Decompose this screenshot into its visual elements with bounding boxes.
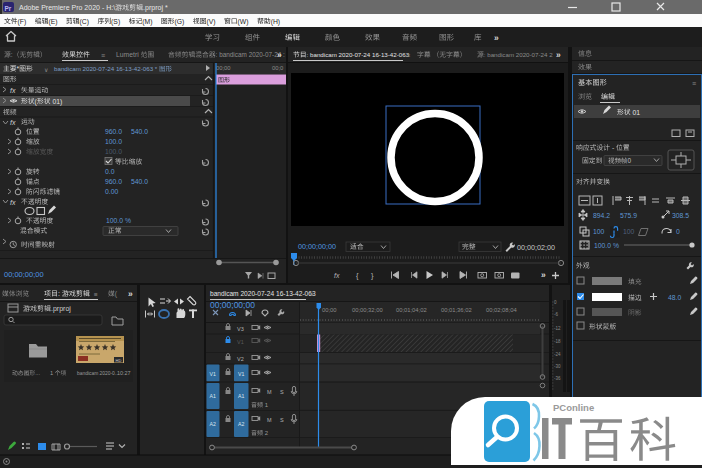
svg-text:-18: -18 <box>554 339 561 344</box>
svg-text:fx: fx <box>334 272 340 279</box>
svg-text:308.5: 308.5 <box>672 212 689 219</box>
svg-text:48.0: 48.0 <box>668 294 681 301</box>
svg-text:Adobe Premiere Pro 2020 - H:\: Adobe Premiere Pro 2020 - H:\ <box>19 4 115 11</box>
svg-text:540.0: 540.0 <box>131 178 148 185</box>
svg-text:...: ... <box>35 370 40 376</box>
svg-text:»: » <box>128 289 133 299</box>
svg-text:≡: ≡ <box>101 52 105 59</box>
svg-text:0.0: 0.0 <box>105 168 115 175</box>
svg-text:A2: A2 <box>210 421 216 427</box>
svg-text:1: 1 <box>50 370 55 376</box>
svg-text:A2: A2 <box>238 421 244 427</box>
svg-text:00;00;32;00: 00;00;32;00 <box>352 307 383 313</box>
svg-text:00;00: 00;00 <box>216 65 231 71</box>
svg-text:»: » <box>277 50 282 60</box>
svg-text:-: - <box>610 144 616 151</box>
svg-text:100: 100 <box>623 228 635 235</box>
svg-text:S: S <box>280 389 284 395</box>
svg-text:575.9: 575.9 <box>620 212 637 219</box>
svg-text:∨: ∨ <box>44 67 48 73</box>
svg-text:Lumetri: Lumetri <box>116 51 141 58</box>
svg-text:-30: -30 <box>554 364 561 369</box>
svg-text:PConline: PConline <box>553 402 594 413</box>
svg-text:00;00: 00;00 <box>322 307 337 313</box>
svg-text:V3: V3 <box>237 326 244 332</box>
svg-text:≡: ≡ <box>310 291 314 298</box>
svg-text:2: 2 <box>263 430 269 436</box>
svg-text:100: 100 <box>593 228 605 235</box>
svg-text:894.2: 894.2 <box>593 212 610 219</box>
svg-text:fx: fx <box>10 119 16 126</box>
svg-text:≡: ≡ <box>406 52 410 59</box>
svg-text:100.0: 100.0 <box>105 138 122 145</box>
svg-text:(G): (G) <box>175 18 185 26</box>
svg-text:00;0: 00;0 <box>272 65 283 71</box>
svg-text:-6: -6 <box>554 312 558 317</box>
svg-text:-12: -12 <box>554 326 561 331</box>
svg-text:.prproj *: .prproj * <box>143 4 168 12</box>
svg-text:V1: V1 <box>210 371 216 377</box>
svg-text:(V): (V) <box>207 18 216 26</box>
svg-text:00;00;00;00: 00;00;00;00 <box>4 270 44 279</box>
svg-text:01): 01) <box>51 98 63 106</box>
svg-text:»: » <box>556 50 561 60</box>
svg-text:bandicam 2020-0..: bandicam 2020-0.. <box>77 371 118 376</box>
svg-text:960.0: 960.0 <box>105 178 122 185</box>
svg-text:(C): (C) <box>80 18 89 26</box>
svg-text:bandicam 2020-07-24 16-13-42-0: bandicam 2020-07-24 16-13-42-063 * <box>54 65 159 72</box>
svg-text:100.0 %: 100.0 % <box>106 217 131 224</box>
svg-text:HD: HD <box>116 358 122 363</box>
svg-text:: bandicam 2020-07-24 16-13-42: : bandicam 2020-07-24 16-13-42-063 <box>307 51 410 58</box>
svg-text:: bandicam 2020-07-24 :: : bandicam 2020-07-24 : <box>216 51 286 58</box>
svg-text:(W): (W) <box>238 18 249 26</box>
svg-text:960.0: 960.0 <box>105 128 122 135</box>
svg-text:M: M <box>267 389 272 395</box>
svg-text:00;00;00;00: 00;00;00;00 <box>210 300 255 310</box>
svg-text:-36: -36 <box>554 376 561 381</box>
svg-text:100.0 %: 100.0 % <box>594 242 619 249</box>
svg-text::: : <box>11 51 13 58</box>
svg-text:»: » <box>494 33 499 43</box>
svg-text:*: * <box>17 65 20 72</box>
svg-text:: bandicam 2020-07-24 2: : bandicam 2020-07-24 2 <box>484 51 553 58</box>
svg-text:00;01;36;02: 00;01;36;02 <box>441 307 472 313</box>
svg-text:1: 1 <box>263 402 269 408</box>
svg-text:V2: V2 <box>237 356 244 362</box>
svg-text:00;01;04;02: 00;01;04;02 <box>396 307 427 313</box>
svg-text:S: S <box>280 417 284 423</box>
svg-text:V1: V1 <box>237 339 244 345</box>
svg-text:≡: ≡ <box>692 80 696 87</box>
svg-text:(H): (H) <box>271 18 280 26</box>
svg-text:»: » <box>541 270 546 280</box>
svg-text:fx: fx <box>10 199 16 206</box>
svg-text:540.0: 540.0 <box>131 128 148 135</box>
svg-text:(F): (F) <box>18 18 27 26</box>
svg-text:A1: A1 <box>210 393 216 399</box>
svg-text:0: 0 <box>628 157 632 164</box>
svg-text:-24: -24 <box>554 352 561 357</box>
svg-text:M: M <box>267 417 272 423</box>
svg-text:0.00: 0.00 <box>105 188 118 195</box>
svg-text:≡: ≡ <box>94 291 98 298</box>
svg-text:(E): (E) <box>48 18 57 26</box>
svg-text::: : <box>58 290 62 297</box>
svg-text:100.0: 100.0 <box>105 148 122 155</box>
svg-text:00;00;00;00: 00;00;00;00 <box>298 242 336 251</box>
svg-text:00;02;08;04: 00;02;08;04 <box>486 307 517 313</box>
svg-text:0: 0 <box>676 228 680 235</box>
svg-text:01: 01 <box>631 109 641 116</box>
svg-text:(M): (M) <box>142 18 152 26</box>
svg-text:(S): (S) <box>111 18 120 26</box>
svg-text:00;00;02;00: 00;00;02;00 <box>517 243 555 252</box>
svg-text:fx: fx <box>10 87 16 94</box>
svg-text:V1: V1 <box>238 371 244 377</box>
svg-text:bandicam 2020-07-24 16-13-42-0: bandicam 2020-07-24 16-13-42-063 <box>210 290 316 297</box>
svg-text:Pr: Pr <box>5 5 12 12</box>
svg-text:A1: A1 <box>238 393 244 399</box>
svg-text:10:27: 10:27 <box>117 370 131 376</box>
svg-text:.prproj: .prproj <box>51 305 71 313</box>
